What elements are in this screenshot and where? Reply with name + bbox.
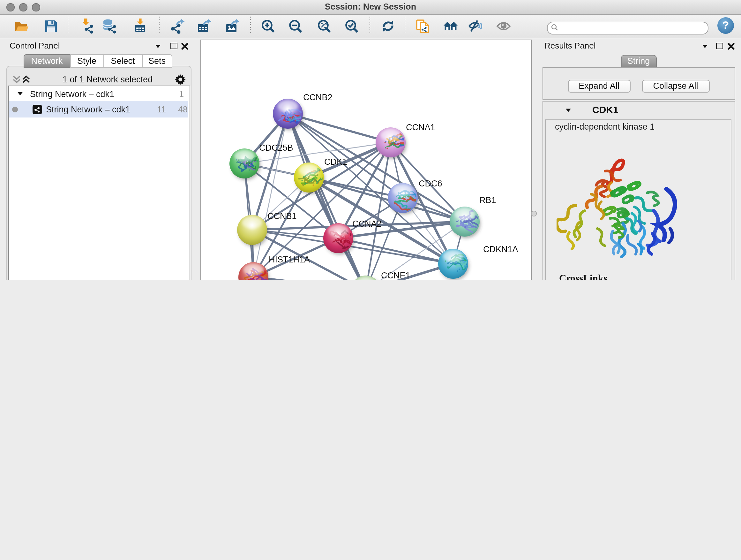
svg-text:CDC6: CDC6 <box>419 179 442 188</box>
svg-text:RB1: RB1 <box>479 195 496 205</box>
svg-text:CCNA1: CCNA1 <box>406 123 435 132</box>
svg-text:CCNB1: CCNB1 <box>267 211 297 221</box>
svg-text:CDKN1A: CDKN1A <box>483 245 518 254</box>
svg-text:CDK1: CDK1 <box>324 157 347 167</box>
svg-text:CDC25B: CDC25B <box>259 143 293 152</box>
svg-text:CCNB2: CCNB2 <box>303 92 333 102</box>
svg-text:CCNE1: CCNE1 <box>381 271 410 280</box>
svg-text:CCNA2: CCNA2 <box>352 219 382 229</box>
svg-text:HIST1H1A: HIST1H1A <box>269 255 310 264</box>
